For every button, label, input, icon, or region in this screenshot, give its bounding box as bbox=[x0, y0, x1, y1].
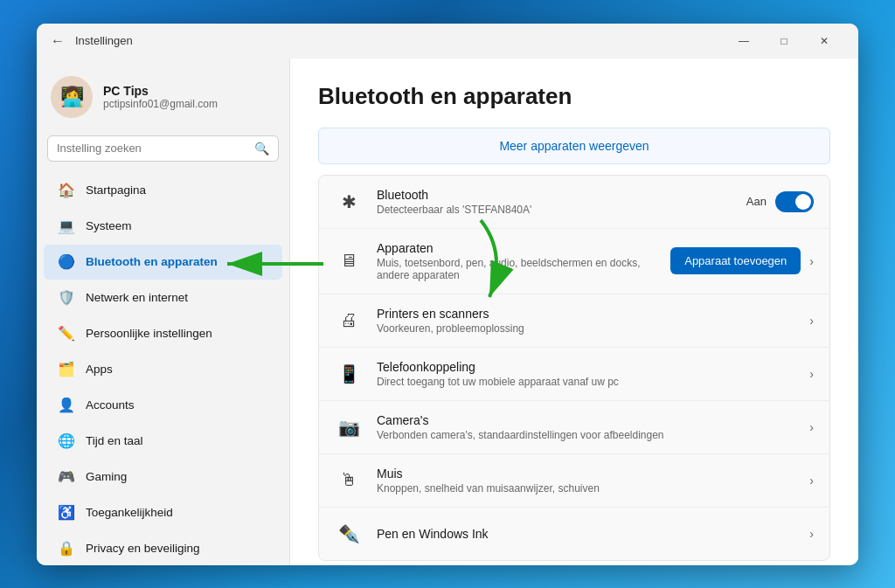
sidebar-item-accounts[interactable]: 👤 Accounts bbox=[44, 388, 282, 423]
maximize-button[interactable]: □ bbox=[764, 27, 804, 55]
chevron-icon-telefoonkoppeling: › bbox=[809, 367, 814, 381]
nav-icon-netwerk: 🛡️ bbox=[58, 289, 75, 307]
row-icon-pen: ✒️ bbox=[335, 520, 363, 548]
user-section: 👩‍💻 PC Tips pctipsinfo01@gmail.com bbox=[37, 66, 289, 132]
chevron-icon-apparaten: › bbox=[809, 254, 814, 268]
row-title-printers: Printers en scanners bbox=[377, 307, 795, 321]
nav-label-startpagina: Startpagina bbox=[86, 183, 146, 197]
nav-icon-toegankelijkheid: ♿ bbox=[58, 504, 75, 522]
nav-label-gaming: Gaming bbox=[86, 470, 127, 483]
settings-card: ✱ Bluetooth Detecteerbaar als 'STEFAN840… bbox=[318, 175, 830, 561]
row-right-apparaten: Apparaat toevoegen › bbox=[670, 247, 814, 274]
chevron-icon-pen: › bbox=[809, 527, 814, 541]
sidebar-item-systeem[interactable]: 💻 Systeem bbox=[44, 209, 282, 244]
sidebar-item-gaming[interactable]: 🎮 Gaming bbox=[44, 460, 282, 495]
sidebar-item-startpagina[interactable]: 🏠 Startpagina bbox=[44, 173, 282, 208]
nav-label-privacy: Privacy en beveiliging bbox=[86, 542, 200, 555]
chevron-icon-muis: › bbox=[809, 474, 814, 488]
row-right-muis: › bbox=[809, 474, 814, 488]
nav-label-apps: Apps bbox=[86, 363, 113, 376]
toggle-bluetooth[interactable] bbox=[775, 191, 814, 212]
add-device-button[interactable]: Apparaat toevoegen bbox=[670, 247, 801, 274]
sidebar-item-privacy[interactable]: 🔒 Privacy en beveiliging bbox=[44, 531, 282, 565]
close-button[interactable]: ✕ bbox=[804, 27, 844, 55]
row-icon-apparaten: 🖥 bbox=[335, 247, 363, 275]
settings-row-pen[interactable]: ✒️ Pen en Windows Ink › bbox=[319, 508, 829, 560]
sidebar-item-apps[interactable]: 🗂️ Apps bbox=[44, 352, 282, 387]
row-text-muis: Muis Knoppen, snelheid van muisaanwijzer… bbox=[377, 467, 795, 495]
nav-label-toegankelijkheid: Toegankelijkheid bbox=[86, 506, 173, 519]
row-icon-muis: 🖱 bbox=[335, 467, 363, 495]
avatar: 👩‍💻 bbox=[51, 76, 93, 118]
chevron-icon-printers: › bbox=[809, 314, 814, 328]
row-subtitle-printers: Voorkeuren, probleemoplossing bbox=[377, 322, 795, 335]
row-right-printers: › bbox=[809, 314, 814, 328]
nav-icon-persoonlijke: ✏️ bbox=[58, 325, 75, 342]
search-icon: 🔍 bbox=[254, 142, 269, 156]
row-title-muis: Muis bbox=[377, 467, 795, 481]
main-content: Bluetooth en apparaten Meer apparaten we… bbox=[290, 59, 858, 565]
sidebar-item-toegankelijkheid[interactable]: ♿ Toegankelijkheid bbox=[44, 495, 282, 530]
nav-icon-apps: 🗂️ bbox=[58, 361, 75, 378]
row-text-cameras: Camera's Verbonden camera's, standaardin… bbox=[377, 413, 795, 441]
user-name: PC Tips bbox=[103, 84, 218, 98]
more-devices-bar[interactable]: Meer apparaten weergeven bbox=[318, 128, 830, 164]
nav-icon-privacy: 🔒 bbox=[58, 540, 75, 557]
settings-row-bluetooth[interactable]: ✱ Bluetooth Detecteerbaar als 'STEFAN840… bbox=[319, 176, 829, 229]
sidebar-item-netwerk[interactable]: 🛡️ Netwerk en internet bbox=[44, 280, 282, 315]
minimize-button[interactable]: — bbox=[724, 27, 764, 55]
row-title-cameras: Camera's bbox=[377, 413, 795, 427]
sidebar-item-persoonlijke[interactable]: ✏️ Persoonlijke instellingen bbox=[44, 316, 282, 351]
row-title-telefoonkoppeling: Telefoonkoppeling bbox=[377, 360, 795, 374]
more-devices-label: Meer apparaten weergeven bbox=[499, 139, 649, 153]
row-text-apparaten: Apparaten Muis, toetsenbord, pen, audio,… bbox=[377, 241, 656, 281]
row-icon-bluetooth: ✱ bbox=[335, 188, 363, 216]
row-text-printers: Printers en scanners Voorkeuren, problee… bbox=[377, 307, 795, 335]
row-icon-cameras: 📷 bbox=[335, 413, 363, 441]
settings-row-telefoonkoppeling[interactable]: 📱 Telefoonkoppeling Direct toegang tot u… bbox=[319, 348, 829, 401]
row-text-telefoonkoppeling: Telefoonkoppeling Direct toegang tot uw … bbox=[377, 360, 795, 388]
settings-row-printers[interactable]: 🖨 Printers en scanners Voorkeuren, probl… bbox=[319, 294, 829, 348]
toggle-label-bluetooth: Aan bbox=[746, 195, 767, 208]
search-box[interactable]: 🔍 bbox=[47, 135, 279, 162]
nav-icon-bluetooth: 🔵 bbox=[58, 253, 75, 271]
search-input[interactable] bbox=[57, 142, 247, 155]
page-title: Bluetooth en apparaten bbox=[318, 83, 830, 110]
settings-window: ← Instellingen — □ ✕ 👩‍💻 PC Tips pctipsi… bbox=[37, 24, 858, 565]
chevron-icon-cameras: › bbox=[809, 420, 814, 434]
window-controls: — □ ✕ bbox=[724, 27, 844, 55]
row-right-pen: › bbox=[809, 527, 814, 541]
sidebar-item-bluetooth[interactable]: 🔵 Bluetooth en apparaten bbox=[44, 245, 282, 280]
nav-label-bluetooth: Bluetooth en apparaten bbox=[86, 255, 218, 268]
nav-label-tijd: Tijd en taal bbox=[86, 434, 143, 447]
nav-label-accounts: Accounts bbox=[86, 398, 135, 412]
settings-row-apparaten[interactable]: 🖥 Apparaten Muis, toetsenbord, pen, audi… bbox=[319, 229, 829, 294]
row-subtitle-apparaten: Muis, toetsenbord, pen, audio, beeldsche… bbox=[377, 257, 656, 281]
user-info: PC Tips pctipsinfo01@gmail.com bbox=[103, 84, 218, 110]
nav-icon-tijd: 🌐 bbox=[58, 432, 75, 450]
row-subtitle-cameras: Verbonden camera's, standaardinstellinge… bbox=[377, 429, 795, 441]
nav-icon-accounts: 👤 bbox=[58, 397, 75, 414]
row-icon-telefoonkoppeling: 📱 bbox=[335, 360, 363, 388]
title-bar: ← Instellingen — □ ✕ bbox=[37, 24, 858, 59]
row-title-bluetooth: Bluetooth bbox=[377, 188, 732, 202]
settings-row-cameras[interactable]: 📷 Camera's Verbonden camera's, standaard… bbox=[319, 401, 829, 454]
row-right-bluetooth: Aan bbox=[746, 191, 814, 212]
user-email: pctipsinfo01@gmail.com bbox=[103, 98, 218, 110]
sidebar-item-tijd[interactable]: 🌐 Tijd en taal bbox=[44, 424, 282, 459]
nav-icon-gaming: 🎮 bbox=[58, 468, 75, 486]
row-right-telefoonkoppeling: › bbox=[809, 367, 814, 381]
nav-label-systeem: Systeem bbox=[86, 219, 132, 232]
nav-icon-systeem: 💻 bbox=[58, 218, 75, 235]
sidebar: 👩‍💻 PC Tips pctipsinfo01@gmail.com 🔍 🏠 S… bbox=[37, 59, 290, 565]
nav-label-netwerk: Netwerk en internet bbox=[86, 291, 188, 304]
back-button[interactable]: ← bbox=[51, 33, 65, 49]
row-icon-printers: 🖨 bbox=[335, 307, 363, 335]
row-title-apparaten: Apparaten bbox=[377, 241, 656, 255]
row-subtitle-muis: Knoppen, snelheid van muisaanwijzer, sch… bbox=[377, 482, 795, 495]
nav-container: 🏠 Startpagina 💻 Systeem 🔵 Bluetooth en a… bbox=[37, 172, 289, 565]
settings-row-muis[interactable]: 🖱 Muis Knoppen, snelheid van muisaanwijz… bbox=[319, 454, 829, 508]
row-text-bluetooth: Bluetooth Detecteerbaar als 'STEFAN840A' bbox=[377, 188, 732, 216]
window-title: Instellingen bbox=[75, 34, 724, 47]
row-subtitle-bluetooth: Detecteerbaar als 'STEFAN840A' bbox=[377, 204, 732, 216]
